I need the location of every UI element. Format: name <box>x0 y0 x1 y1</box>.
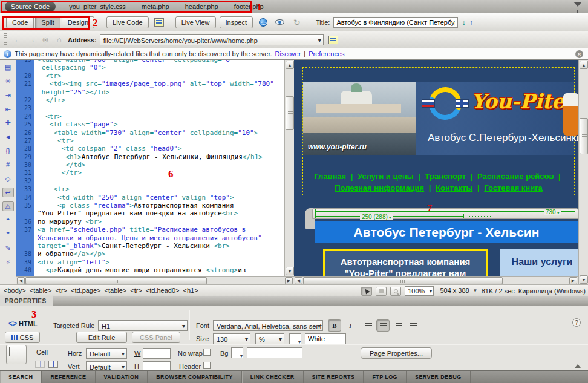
size-unit-select[interactable]: % <box>255 333 284 344</box>
highlight-invalid-code-icon[interactable]: ◇ <box>2 174 14 183</box>
collapse-selection-icon[interactable]: ⇤ <box>2 104 14 114</box>
format-source-code-icon[interactable]: » <box>3 257 13 268</box>
code-view-pane[interactable]: ▤✳⇥⇤✚◄{}#◇↩⚠❝❞✎» 19<table width="780" al… <box>0 60 294 284</box>
code-horizontal-scrollbar[interactable]: ◀ ▶ <box>16 276 294 284</box>
horz-select[interactable]: Default <box>86 348 127 359</box>
live-view-button[interactable]: Live View <box>175 16 216 28</box>
forward-icon[interactable]: → <box>26 35 37 44</box>
expand-all-icon[interactable]: ✚ <box>2 118 14 128</box>
tag-selector-item[interactable]: <table> <box>30 287 52 294</box>
remove-comment-icon[interactable]: ❞ <box>2 229 14 239</box>
page-top-row[interactable] <box>302 67 575 80</box>
split-cell-icon[interactable] <box>48 361 58 368</box>
tag-selector-item[interactable]: <body> <box>4 287 26 294</box>
css-panel-button[interactable]: CSS Panel <box>132 332 180 343</box>
nav-link[interactable]: Гостевая книга <box>484 183 543 192</box>
results-tab-validation[interactable]: VALIDATION <box>96 371 148 383</box>
table-width-bar[interactable]: 250 (288) 730 <box>312 208 578 219</box>
table-width-menu[interactable]: 730 <box>544 209 561 215</box>
italic-button[interactable]: I <box>344 319 357 332</box>
refresh-button[interactable]: ↻ <box>290 16 304 28</box>
text-color-swatch[interactable] <box>289 333 301 344</box>
text-color-input[interactable] <box>305 333 346 344</box>
stop-icon[interactable]: ⊗ <box>40 35 51 44</box>
tag-selector-item[interactable]: <td.page> <box>71 287 101 294</box>
cell-width-input[interactable] <box>143 348 171 359</box>
window-size-select[interactable]: 504 x 388 <box>437 286 477 296</box>
scroll-left-icon[interactable]: ◀ <box>295 277 302 284</box>
nav-link[interactable]: Услуги и цены <box>358 172 414 181</box>
put-file-icon[interactable]: ↑ <box>469 18 474 27</box>
design-horizontal-scrollbar[interactable]: ◀ ▶ <box>294 276 578 284</box>
results-tab-reference[interactable]: REFERENCE <box>42 371 95 383</box>
discover-link[interactable]: Discover <box>275 50 301 57</box>
results-tab-site-reports[interactable]: SITE REPORTS <box>304 371 364 383</box>
services-box[interactable]: Наши услуги <box>500 249 578 276</box>
edit-rule-button[interactable]: Edit Rule <box>76 332 127 343</box>
bg-color-swatch[interactable] <box>231 347 243 358</box>
scroll-down-icon[interactable]: ▼ <box>286 267 294 275</box>
design-view-pane[interactable]: www.you-piter.ru You-Piter Автобус С.Пет… <box>294 60 578 276</box>
nav-link[interactable]: Расписание рейсов <box>477 172 554 181</box>
syntax-error-alerts-icon[interactable]: ⚠ <box>2 201 14 211</box>
scroll-up-icon[interactable]: ▲ <box>286 61 294 69</box>
live-code-button[interactable]: Live Code <box>106 16 149 28</box>
design-vscroll-thumb[interactable] <box>580 118 588 154</box>
tag-selector-item[interactable]: <tr> <box>55 287 67 294</box>
promo-box[interactable]: Автотранспортная компания "You-Piter" пр… <box>323 249 488 276</box>
design-vertical-scrollbar[interactable]: ▲ ▼ <box>578 60 588 284</box>
align-justify-button[interactable] <box>407 319 420 332</box>
results-tab-browser-compatibility[interactable]: BROWSER COMPATIBILITY <box>148 371 242 383</box>
page-properties-button[interactable]: Page Properties... <box>361 347 432 359</box>
right-table-cell[interactable]: Наши услуги <box>486 244 578 276</box>
inspect-button[interactable]: Inspect <box>220 16 253 28</box>
results-tab-ftp-log[interactable]: FTP LOG <box>364 371 407 383</box>
magnification-select[interactable]: 100% <box>405 286 434 296</box>
line-numbers-icon[interactable]: # <box>2 160 14 169</box>
results-tab-search[interactable]: SEARCH <box>0 371 42 383</box>
results-tab-server-debug[interactable]: SERVER DEBUG <box>407 371 471 383</box>
visual-aids-button[interactable] <box>273 16 287 28</box>
design-hscroll-thumb[interactable] <box>303 277 503 284</box>
hand-tool[interactable] <box>376 287 387 296</box>
size-select[interactable]: 130 <box>213 333 250 344</box>
css-mode-button[interactable]: CSS <box>5 332 40 343</box>
code-vertical-scrollbar[interactable]: ▲ ▼ <box>284 60 294 276</box>
tag-selector-item[interactable]: <h1> <box>183 287 198 294</box>
align-left-button[interactable] <box>362 319 375 332</box>
collapse-full-tag-icon[interactable]: ⇥ <box>2 90 14 100</box>
results-tab-link-checker[interactable]: LINK CHECKER <box>242 371 304 383</box>
bg-color-input[interactable] <box>247 347 302 358</box>
filter-related-files-icon[interactable] <box>573 2 582 7</box>
open-documents-icon[interactable]: ▤ <box>2 62 14 72</box>
recent-snippets-icon[interactable]: ✎ <box>2 243 14 253</box>
merge-cells-icon[interactable] <box>35 361 45 368</box>
balance-braces-icon[interactable]: {} <box>2 146 14 155</box>
nav-link[interactable]: Полезная информация <box>335 183 424 192</box>
word-wrap-icon[interactable]: ↩ <box>2 188 14 197</box>
header-checkbox[interactable] <box>203 362 211 369</box>
scroll-right-icon[interactable]: ▶ <box>569 277 577 284</box>
bold-button[interactable]: B <box>328 319 341 332</box>
targeted-rule-select[interactable]: H1 <box>98 320 188 331</box>
title-input[interactable] <box>333 17 458 28</box>
scroll-up-icon[interactable]: ▲ <box>580 61 588 69</box>
tag-selector-item[interactable]: <tr> <box>130 287 142 294</box>
no-wrap-checkbox[interactable] <box>203 349 211 356</box>
left-column-width-menu[interactable]: 250 (288) <box>360 214 393 220</box>
html-mode-button[interactable]: <> HTML <box>8 319 38 328</box>
site-banner[interactable]: www.you-piter.ru You-Piter Автобус С.Пет… <box>302 82 575 155</box>
home-icon[interactable]: ⌂ <box>54 35 65 44</box>
properties-tab[interactable]: PROPERTIES <box>0 296 53 306</box>
address-input[interactable]: file:///E|/WebServers/home/you-piter/www… <box>100 34 324 45</box>
code-hscroll-thumb[interactable] <box>25 277 207 284</box>
help-icon[interactable]: ? <box>572 318 581 327</box>
code-editor[interactable]: 19<table width="780" align="center" cell… <box>16 60 284 276</box>
align-right-button[interactable] <box>392 319 405 332</box>
scroll-right-icon[interactable]: ▶ <box>285 277 293 284</box>
apply-comment-icon[interactable]: ❝ <box>2 215 14 225</box>
tag-selector-item[interactable]: <td.head0> <box>146 287 180 294</box>
align-center-button[interactable] <box>376 319 390 332</box>
preview-in-browser-button[interactable] <box>256 16 270 28</box>
scroll-left-icon[interactable]: ◀ <box>17 277 25 284</box>
